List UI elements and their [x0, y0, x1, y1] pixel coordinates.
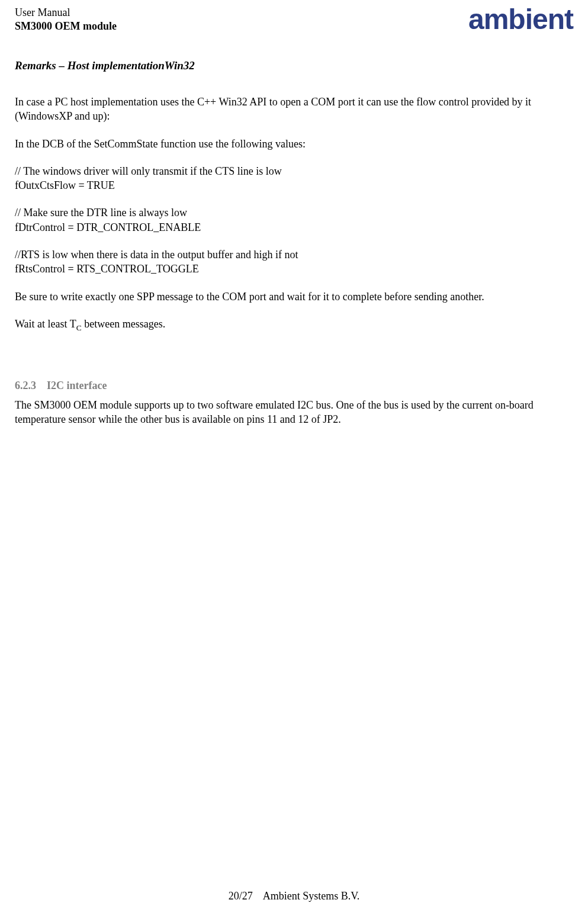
- paragraph-6: Be sure to write exactly one SPP message…: [15, 290, 573, 304]
- subsection-title: I2C interface: [47, 380, 107, 391]
- code-block-1: // The windows driver will only transmit…: [15, 164, 573, 193]
- logo: ambient: [468, 3, 573, 36]
- code-block-3: //RTS is low when there is data in the o…: [15, 248, 573, 277]
- header-subtitle: SM3000 OEM module: [15, 20, 117, 33]
- subsection-text: The SM3000 OEM module supports up to two…: [15, 398, 573, 427]
- code-line-1: fOutxCtsFlow = TRUE: [15, 178, 573, 192]
- footer-org: Ambient Systems B.V.: [263, 890, 360, 902]
- paragraph-1: In case a PC host implementation uses th…: [15, 95, 573, 124]
- header-left: User Manual SM3000 OEM module: [15, 6, 117, 34]
- code-comment-3: //RTS is low when there is data in the o…: [15, 248, 573, 262]
- paragraph-2: In the DCB of the SetCommState function …: [15, 137, 573, 151]
- p7-post: between messages.: [82, 318, 165, 330]
- document-page: User Manual SM3000 OEM module ambient Re…: [0, 0, 588, 919]
- code-comment-2: // Make sure the DTR line is always low: [15, 205, 573, 220]
- subsection-heading: 6.2.3I2C interface: [15, 380, 573, 392]
- code-comment-1: // The windows driver will only transmit…: [15, 164, 573, 178]
- footer-page-number: 20/27: [229, 890, 253, 902]
- paragraph-7: Wait at least TC between messages.: [15, 317, 573, 333]
- subsection-number: 6.2.3: [15, 380, 36, 392]
- header-title: User Manual: [15, 6, 117, 20]
- page-footer: 20/27 Ambient Systems B.V.: [0, 890, 588, 902]
- p7-pre: Wait at least T: [15, 318, 76, 330]
- logo-text: ambient: [468, 3, 573, 36]
- code-line-2: fDtrControl = DTR_CONTROL_ENABLE: [15, 220, 573, 234]
- p7-subscript: C: [76, 323, 82, 332]
- subsection: 6.2.3I2C interface: [15, 380, 573, 392]
- page-header: User Manual SM3000 OEM module ambient: [15, 6, 573, 36]
- code-block-2: // Make sure the DTR line is always low …: [15, 205, 573, 234]
- section-heading: Remarks – Host implementationWin32: [15, 59, 573, 72]
- code-line-3: fRtsControl = RTS_CONTROL_TOGGLE: [15, 262, 573, 276]
